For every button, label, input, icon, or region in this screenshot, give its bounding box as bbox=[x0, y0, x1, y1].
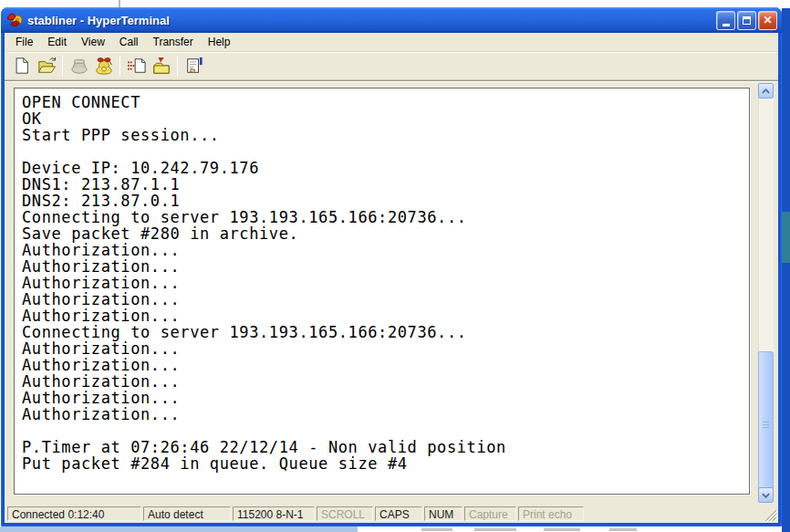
toolbar-separator bbox=[120, 56, 120, 76]
disconnect-icon bbox=[94, 57, 114, 75]
status-num-lock: NUM bbox=[424, 506, 463, 521]
terminal-line bbox=[22, 143, 749, 160]
terminal-line: Connecting to server 193.193.165.166:207… bbox=[22, 324, 749, 340]
vertical-scrollbar[interactable] bbox=[758, 83, 774, 503]
terminal-line: Start PPP session... bbox=[22, 127, 749, 143]
titlebar[interactable]: stabliner - HyperTerminal ✕ bbox=[1, 7, 782, 33]
send-file-button[interactable] bbox=[124, 54, 149, 78]
menu-item-transfer[interactable]: Transfer bbox=[146, 34, 201, 50]
background-fragment bbox=[421, 528, 452, 531]
terminal-line: Authorization... bbox=[22, 258, 749, 275]
close-button[interactable]: ✕ bbox=[758, 11, 777, 30]
toolbar-separator bbox=[177, 56, 178, 76]
menu-item-call[interactable]: Call bbox=[112, 34, 146, 50]
hyperterminal-phone-icon[interactable] bbox=[6, 12, 23, 28]
chevron-down-icon bbox=[762, 493, 770, 498]
terminal-line: Authorization... bbox=[22, 390, 749, 406]
scroll-down-button[interactable] bbox=[758, 487, 774, 503]
background-fragment bbox=[474, 528, 516, 531]
scrollbar-thumb[interactable] bbox=[758, 351, 774, 498]
background-fragment bbox=[609, 528, 637, 531]
new-connection-button[interactable] bbox=[9, 54, 34, 78]
menu-item-help[interactable]: Help bbox=[201, 34, 238, 50]
terminal-line: Put packet #284 in queue. Queue size #4 bbox=[22, 455, 749, 472]
scroll-up-button[interactable] bbox=[758, 83, 774, 99]
terminal-line: Authorization... bbox=[22, 308, 749, 324]
open-folder-icon bbox=[36, 57, 57, 75]
status-emulation: Auto detect bbox=[143, 506, 231, 521]
open-connection-button[interactable] bbox=[34, 54, 58, 78]
terminal-line: P.Timer at 07:26:46 22/12/14 - Non valid… bbox=[22, 439, 749, 455]
terminal-line: Authorization... bbox=[22, 275, 749, 291]
terminal-line: Save packet #280 in archive. bbox=[22, 225, 749, 242]
background-window-edge-line bbox=[119, 0, 120, 7]
window-title: stabliner - HyperTerminal bbox=[27, 14, 716, 27]
minimize-button[interactable] bbox=[716, 11, 735, 30]
new-document-icon bbox=[12, 57, 32, 75]
hyperterminal-window: stabliner - HyperTerminal ✕ File Edit Vi… bbox=[1, 7, 782, 527]
minimize-icon bbox=[722, 24, 730, 26]
status-scroll-lock: SCROLL bbox=[317, 506, 373, 521]
toolbar-separator bbox=[62, 56, 63, 76]
properties-button[interactable] bbox=[182, 54, 206, 78]
terminal-client-area: OPEN CONNECT OK Start PPP session... Dev… bbox=[5, 80, 778, 505]
close-icon: ✕ bbox=[763, 15, 772, 26]
disconnect-button[interactable] bbox=[91, 54, 116, 78]
properties-icon bbox=[184, 57, 204, 75]
send-file-icon bbox=[127, 57, 147, 75]
background-bottom-left-strip bbox=[0, 527, 358, 532]
terminal-line: Authorization... bbox=[22, 406, 749, 422]
terminal-line: DNS2: 213.87.0.1 bbox=[22, 193, 749, 209]
background-fragment bbox=[544, 528, 580, 531]
status-caps-lock: CAPS bbox=[375, 506, 422, 521]
menu-item-edit[interactable]: Edit bbox=[40, 34, 74, 50]
resize-grip[interactable] bbox=[764, 509, 777, 522]
terminal-line: Authorization... bbox=[22, 357, 749, 373]
status-print-echo: Print echo bbox=[518, 506, 584, 521]
receive-file-button[interactable] bbox=[149, 54, 173, 78]
status-connection: Connected 0:12:40 bbox=[7, 506, 141, 521]
menu-item-view[interactable]: View bbox=[74, 34, 112, 50]
terminal-line: OPEN CONNECT bbox=[22, 94, 749, 110]
text-cursor: _ bbox=[22, 488, 31, 495]
menu-bar: File Edit View Call Transfer Help bbox=[5, 33, 778, 52]
receive-file-icon bbox=[151, 57, 172, 75]
terminal-cursor-line: _ bbox=[22, 488, 749, 495]
background-window-right-teal-fragment bbox=[782, 212, 790, 263]
terminal-line bbox=[22, 422, 749, 439]
terminal-line: Authorization... bbox=[22, 373, 749, 390]
terminal-line: DNS1: 213.87.1.1 bbox=[22, 176, 749, 193]
terminal-line bbox=[22, 472, 749, 488]
status-bar: Connected 0:12:40 Auto detect 115200 8-N… bbox=[5, 505, 778, 523]
terminal-line: Device IP: 10.242.79.176 bbox=[22, 160, 749, 176]
toolbar bbox=[5, 52, 778, 80]
terminal-line: Authorization... bbox=[22, 242, 749, 258]
menu-item-file[interactable]: File bbox=[8, 34, 40, 50]
background-window-right-strip bbox=[782, 8, 790, 532]
chevron-up-icon bbox=[762, 89, 770, 94]
call-icon bbox=[69, 57, 89, 75]
status-baud-settings: 115200 8-N-1 bbox=[233, 506, 315, 521]
maximize-button[interactable] bbox=[737, 11, 756, 30]
terminal-line: Authorization... bbox=[22, 291, 749, 308]
maximize-icon bbox=[743, 16, 751, 25]
terminal-screen[interactable]: OPEN CONNECT OK Start PPP session... Dev… bbox=[14, 88, 750, 495]
status-capture: Capture bbox=[464, 506, 516, 521]
terminal-line: Authorization... bbox=[22, 340, 749, 357]
terminal-line: OK bbox=[22, 110, 749, 127]
terminal-line: Connecting to server 193.193.165.166:207… bbox=[22, 209, 749, 225]
call-button[interactable] bbox=[67, 54, 91, 78]
